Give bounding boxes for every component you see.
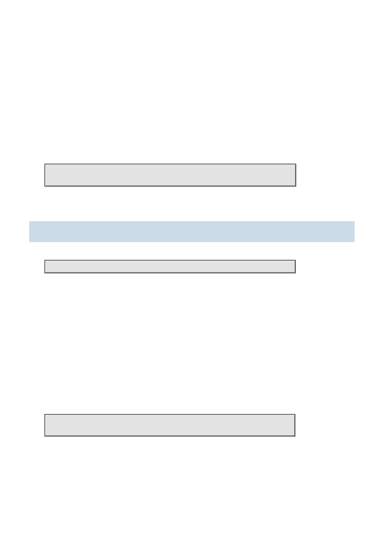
panel-box-3 [44,414,295,437]
page [0,0,392,555]
panel-box-2 [44,260,296,273]
panel-box-1 [44,164,296,187]
highlight-strip [29,221,355,242]
